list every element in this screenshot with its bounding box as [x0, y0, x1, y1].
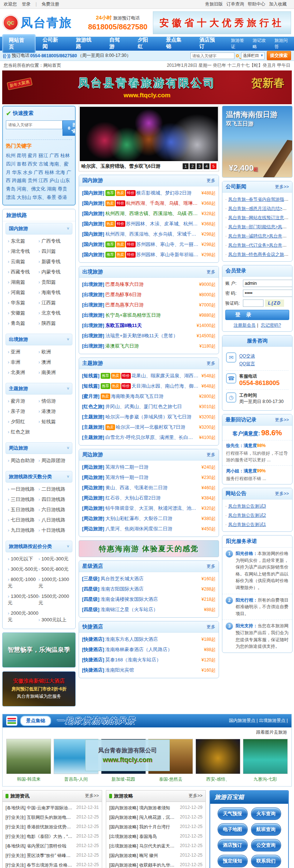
tour-row[interactable]: [蜜月游]热卖海南唯美海岛双飞五日游¥2800起	[82, 391, 216, 402]
menu-link[interactable]: 100元-300元	[39, 554, 69, 564]
menu-link[interactable]: 南美洲	[39, 367, 69, 378]
qq-chat-link[interactable]: QQ交谈	[239, 352, 255, 360]
follow-pictures-link[interactable]: 跟着图片去旅游	[256, 730, 287, 735]
menu-link[interactable]: 云南篇	[8, 257, 39, 267]
password-field[interactable]	[243, 290, 293, 297]
route-menu-section-header[interactable]: 主题旅游 ˅	[6, 383, 72, 395]
menu-link[interactable]: 1300元-1500元	[8, 591, 39, 608]
hotel-row[interactable]: [快捷酒店]淮南阳光宾馆¥160起	[82, 665, 216, 675]
route-menu-section-header[interactable]: 旅游线路按天数分类 ˅	[6, 471, 72, 483]
tour-row[interactable]: [主题旅游]哈尔滨—海参崴（异域风情）双飞七日游¥3200起	[82, 412, 216, 422]
hotel-row[interactable]: [四星级]淮南金满楼骏发国际大酒店¥218起	[82, 594, 216, 604]
hotel-row[interactable]: [快捷酒店]淮南格林豪泰酒店（人民路店）¥88起	[82, 644, 216, 655]
forgot-password-link[interactable]: 忘记密码?	[261, 323, 281, 328]
tool-btn[interactable]: 预定须知	[218, 855, 248, 867]
carousel-image[interactable]	[80, 107, 218, 161]
menu-link[interactable]: 300元-500元	[8, 564, 39, 574]
nav-right-link[interactable]: 旅游问答	[275, 37, 292, 50]
scenic-photo-card[interactable]: 西安-感悟、	[196, 739, 240, 785]
tour-row[interactable]: [出境旅游]长宁岛+塞班岛精华五日游¥9880起	[82, 310, 216, 320]
scenic-photo-card[interactable]: 九寨沟-七彩	[243, 739, 288, 785]
menu-link[interactable]: 红色之旅	[8, 427, 39, 437]
news-row-item[interactable]: [各地快讯]省内景区门票特价啦2012-12-25	[6, 842, 99, 851]
guide-row-item[interactable]: [国内旅游攻略]我的十月台湾行2012-12-25	[109, 822, 202, 832]
menu-link[interactable]: 港澳游	[39, 406, 69, 417]
menu-link[interactable]: 非洲	[8, 357, 39, 367]
menu-link[interactable]: 九日游线路	[8, 525, 39, 535]
tool-btn[interactable]: 天气预报	[218, 807, 248, 820]
menu-link[interactable]: 500元-800元	[39, 564, 69, 574]
route-menu-section-header[interactable]: 出境旅游 ˅	[6, 334, 72, 345]
quick-search-input[interactable]	[6, 120, 62, 129]
menu-link[interactable]: 湖北专线	[8, 246, 39, 257]
scenic-photo[interactable]	[6, 739, 51, 774]
tour-row[interactable]: [出境旅游]巴厘岛醇享6日游¥8000起	[82, 290, 216, 300]
menu-link[interactable]: 七日游线路	[8, 515, 39, 525]
tour-row[interactable]: [主题旅游]热卖哈尔滨—漠河—北极村双飞7日游¥3200起	[82, 422, 216, 432]
captcha-image[interactable]: L(ZD	[265, 299, 284, 307]
tour-row[interactable]: [主题旅游]白雪北方-呼伦贝尔草原、满洲里、长白山专列十¥4100起	[82, 432, 216, 443]
tour-row[interactable]: [国内旅游]推荐热卖特价苏州园林、寒山寺新年祈福、水乡...¥298起	[82, 250, 216, 260]
hot-keywords[interactable]: 杭州 昆明 蜜月 丽江 广西 桂林 四川 首都 西安 古城 海南、蜜月 华东 水…	[6, 152, 72, 202]
tour-row[interactable]: [国内旅游]热卖特价苏州园林、木渎、皮革城、杭州、 ...¥368起	[82, 219, 216, 229]
menu-link[interactable]: 1000元-1300元	[39, 574, 69, 591]
menu-link[interactable]: 东北篇	[8, 236, 39, 246]
topbar-right-link[interactable]: 帮助中心	[248, 1, 265, 7]
carousel-caption[interactable]: 哈尔滨、玉泉狩猎场、雪乡双飞6日游	[81, 163, 160, 170]
scenic-photo-caption[interactable]: 九寨沟-七彩	[243, 774, 288, 785]
hotel-row[interactable]: [三星级]凤台胜芝长城大酒店¥160起	[82, 574, 216, 584]
tool-btn[interactable]: 公交查询	[251, 839, 281, 851]
menu-link[interactable]: 安徽篇	[8, 308, 39, 318]
login-link[interactable]: 登录	[22, 1, 31, 7]
carousel-page-button[interactable]: 1	[183, 163, 189, 169]
tour-row[interactable]: [国内旅游]推荐热卖特价苏州园林、寒山寺、元一丽星温...¥298起	[82, 239, 216, 250]
tour-row[interactable]: [国内旅游]热卖特价杭州西湖、千岛湖、乌镇、瑶琳仙...¥368起	[82, 198, 216, 208]
tour-row[interactable]: [周边旅游]牯牛降观音堂、大王洞、秋浦河漂流、池阳胜境¥320起	[82, 503, 216, 513]
scenic-photo-card[interactable]: 韩国-韩流来	[6, 739, 51, 785]
carousel-page-button[interactable]: 4	[204, 163, 209, 169]
scenic-photo-caption[interactable]: 泰国-悠然去	[148, 774, 193, 785]
search-icon[interactable]	[236, 54, 239, 57]
menu-link[interactable]: 广西专线	[39, 236, 69, 246]
category-select[interactable]: 选择栏目▼	[241, 52, 265, 59]
tour-row[interactable]: [周边旅游]芜湖方特一期一日游¥230起	[82, 472, 216, 483]
tool-btn[interactable]: 联系我们	[251, 855, 281, 867]
header-ad-banner[interactable]: 安徽省十大优秀旅行社	[153, 11, 291, 34]
scenic-photo[interactable]	[196, 739, 240, 774]
menu-link[interactable]: 新疆专线	[39, 257, 69, 267]
news-row-item[interactable]: [行业关注]互联网巨头的旅游电商探索2012-12-25	[6, 813, 99, 822]
menu-link[interactable]: 贵阳篇	[39, 277, 69, 287]
hainan-promo-strip[interactable]: 特惠海南游 体验夏天的感觉	[79, 540, 219, 557]
nav-tab[interactable]: 旅游线路	[70, 34, 103, 53]
more-link[interactable]: 更多>>	[85, 793, 99, 799]
guide-row-item[interactable]: [出境旅游攻略]马尔代夫的蓝天碧海2012-12-25	[109, 842, 202, 851]
menu-link[interactable]: 欧洲	[39, 347, 69, 357]
guide-row-item[interactable]: [国内旅游攻略]闯入桃花源，沉醉直白村2012-12-25	[109, 813, 202, 822]
menu-link[interactable]: 十日游线路	[39, 525, 69, 535]
menu-link[interactable]: 亚洲	[8, 347, 39, 357]
news-row-item[interactable]: [行业关注]香港担忧旅游业优势渐丧失 视邮2012-12-25	[6, 822, 99, 832]
menu-link[interactable]: 西藏专线	[8, 267, 39, 277]
menu-link[interactable]: 北京专线	[39, 308, 69, 318]
tour-row[interactable]: [出境旅游]港澳双飞六日游¥1180起	[82, 341, 216, 351]
tour-row[interactable]: [周边旅游]黄山、西递、屯溪老街二日游¥460起	[82, 483, 216, 493]
hot-spring-ad[interactable]: 智慧畅享，乐淘温泉季	[2, 632, 76, 668]
tool-btn[interactable]: 航班查询	[251, 823, 281, 836]
account-field[interactable]	[243, 280, 293, 287]
festive-banner[interactable]: 新年大聚惠 凤台县青春旅游有限公司 www.ftqcly.com 贺新春	[2, 70, 292, 104]
nav-tab[interactable]: 景点集锦	[160, 34, 193, 53]
tour-row[interactable]: [出境旅游]东欧五国8晚11天¥14000起	[82, 320, 216, 331]
tour-row[interactable]: [红色之旅]井冈山、武夷山、厦门红色之旅七日¥3010起	[82, 402, 216, 412]
login-button[interactable]: 登 录	[225, 310, 289, 320]
menu-link[interactable]: 周边跟团游	[39, 455, 69, 466]
news-row-item[interactable]: [行业关注]景区淡季“放价” 错峰游受青睐2012-12-25	[6, 851, 99, 861]
guide-row-item[interactable]: [国内旅游攻略]晚写 徽州2012-12-25	[109, 851, 202, 861]
more-link[interactable]: 更多	[207, 624, 215, 630]
keyword-input[interactable]	[190, 52, 234, 59]
nav-right-link[interactable]: 游记攻略	[253, 37, 270, 50]
menu-link[interactable]: 蜜月游	[8, 396, 39, 406]
nav-tab[interactable]: 夕阳红	[132, 34, 159, 53]
guide-row-item[interactable]: [国内旅游攻略]境内旅游者须知2012-12-29	[109, 803, 202, 813]
register-member-link[interactable]: 注册新会员	[233, 323, 255, 328]
menu-link[interactable]: 青岛篇	[8, 318, 39, 328]
